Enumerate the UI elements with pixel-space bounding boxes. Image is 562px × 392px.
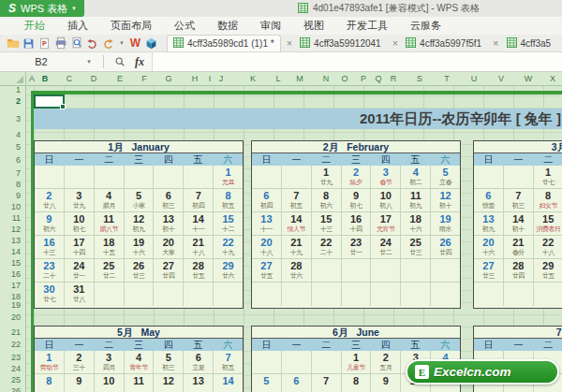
row-header-19[interactable]: 19: [11, 301, 21, 309]
row-header-7[interactable]: 7: [16, 167, 21, 180]
calendar-day-cell[interactable]: 21春分: [504, 236, 534, 258]
row-header-23[interactable]: 23: [11, 351, 21, 364]
calendar-day-cell[interactable]: 6初四: [252, 189, 282, 211]
calendar-day-cell[interactable]: [154, 283, 184, 306]
row-header-26[interactable]: 26: [11, 386, 21, 392]
calendar-day-cell[interactable]: [252, 351, 282, 373]
calendar-day-cell[interactable]: [342, 283, 372, 306]
calendar-day-cell[interactable]: 20十八: [252, 236, 282, 258]
calendar-day-cell[interactable]: [401, 283, 431, 306]
col-header-P[interactable]: P: [361, 72, 366, 86]
calendar-day-cell[interactable]: 12初九: [125, 212, 155, 235]
name-box[interactable]: B2: [0, 56, 82, 67]
magnifier-icon[interactable]: [111, 54, 127, 69]
calendar-day-cell[interactable]: 23二十: [35, 259, 65, 282]
row-header-20[interactable]: 20: [11, 309, 21, 326]
print-icon[interactable]: [52, 36, 68, 51]
calendar-day-cell[interactable]: 24廿二: [371, 236, 401, 258]
menu-tab-3[interactable]: 公式: [163, 17, 206, 35]
calendar-day-cell[interactable]: 29廿五: [534, 259, 562, 282]
calendar-day-cell[interactable]: 14情人节: [282, 212, 312, 235]
calendar-day-cell[interactable]: 28廿四: [504, 259, 534, 282]
file-tab-0[interactable]: 4cff3a5989cd1 (1)1 *: [167, 35, 281, 51]
row-header-25[interactable]: 25: [11, 373, 21, 386]
row-header-17[interactable]: 17: [11, 279, 21, 292]
calendar-day-cell[interactable]: [125, 166, 155, 188]
redo-icon[interactable]: [100, 36, 116, 51]
toolbar-more-caret-icon[interactable]: ▾: [116, 36, 127, 51]
calendar-day-cell[interactable]: 9初六: [35, 212, 65, 235]
calendar-day-cell[interactable]: 12初十: [431, 189, 460, 211]
calendar-day-cell[interactable]: 7初四: [184, 189, 214, 211]
calendar-day-cell[interactable]: 6惊蛰: [474, 189, 504, 211]
calendar-day-cell[interactable]: 20十六: [474, 236, 504, 258]
calendar-day-cell[interactable]: [125, 283, 155, 306]
col-header-O[interactable]: O: [341, 72, 348, 86]
calendar-day-cell[interactable]: 9: [371, 374, 401, 392]
column-headers[interactable]: ABCDEFGHIJKLMNOPQRSTUVWX: [26, 72, 562, 86]
calendar-day-cell[interactable]: 11初九: [401, 189, 431, 211]
calendar-day-cell[interactable]: 9初七: [342, 189, 372, 211]
calendar-day-cell[interactable]: [474, 283, 504, 306]
calendar-day-cell[interactable]: [401, 259, 431, 282]
open-file-icon[interactable]: [5, 36, 21, 51]
calendar-day-cell[interactable]: 26廿三: [125, 259, 155, 282]
calendar-day-cell[interactable]: [431, 283, 460, 306]
calendar-day-cell[interactable]: 5小寒: [125, 189, 155, 211]
select-all-corner[interactable]: [0, 72, 26, 86]
col-header-Q[interactable]: Q: [375, 72, 381, 86]
col-header-L[interactable]: L: [275, 72, 280, 86]
name-box-caret-icon[interactable]: ▾: [82, 58, 96, 65]
calendar-day-cell[interactable]: 3四月: [95, 351, 125, 373]
menu-tab-6[interactable]: 视图: [292, 17, 335, 35]
row-header-22[interactable]: 22: [11, 339, 21, 351]
calendar-day-cell[interactable]: [312, 259, 342, 282]
calendar-day-cell[interactable]: 6初三: [154, 189, 184, 211]
col-header-X[interactable]: X: [550, 72, 555, 86]
calendar-day-cell[interactable]: [534, 283, 562, 306]
calendar-day-cell[interactable]: 12: [154, 374, 184, 392]
calendar-day-cell[interactable]: [252, 166, 282, 188]
calendar-day-cell[interactable]: 3春节: [371, 166, 401, 188]
col-header-V[interactable]: V: [498, 72, 504, 86]
calendar-day-cell[interactable]: 5立春: [431, 166, 460, 188]
wps-writer-icon[interactable]: W: [127, 36, 143, 51]
row-header-21[interactable]: 21: [11, 326, 21, 339]
col-header-A[interactable]: A: [29, 72, 35, 86]
calendar-day-cell[interactable]: 6: [282, 374, 312, 392]
calendar-day-cell[interactable]: 10初七: [65, 212, 95, 235]
calendar-day-cell[interactable]: 11腊八节: [95, 212, 125, 235]
calendar-day-cell[interactable]: 15十三: [312, 212, 342, 235]
calendar-day-cell[interactable]: 21十八: [184, 236, 214, 258]
col-header-B[interactable]: B: [42, 72, 49, 86]
row-header-2[interactable]: 2: [16, 94, 21, 109]
docer-cube-icon[interactable]: [143, 36, 159, 51]
calendar-day-cell[interactable]: 25廿三: [401, 236, 431, 258]
print-preview-icon[interactable]: [68, 36, 84, 51]
col-header-E[interactable]: E: [117, 72, 123, 86]
row-header-24[interactable]: 24: [11, 364, 21, 373]
col-header-T[interactable]: T: [444, 72, 450, 86]
calendar-day-cell[interactable]: 4初二: [401, 166, 431, 188]
calendar-day-cell[interactable]: 11: [125, 374, 155, 392]
row-header-13[interactable]: 13: [11, 234, 21, 247]
calendar-day-cell[interactable]: 4腊月: [95, 189, 125, 211]
col-header-M[interactable]: M: [296, 72, 303, 86]
calendar-day-cell[interactable]: 17十四: [65, 236, 95, 258]
calendar-day-cell[interactable]: [95, 166, 125, 188]
calendar-day-cell[interactable]: 16十四: [342, 212, 372, 235]
calendar-day-cell[interactable]: [252, 283, 282, 306]
col-header-S[interactable]: S: [417, 72, 422, 86]
calendar-day-cell[interactable]: 19十六: [125, 236, 155, 258]
calendar-day-cell[interactable]: 8: [342, 374, 372, 392]
calendar-day-cell[interactable]: [312, 283, 342, 306]
wps-app-button[interactable]: S WPS 表格 ▾: [0, 0, 84, 17]
calendar-day-cell[interactable]: 17元宵节: [371, 212, 401, 235]
calendar-day-cell[interactable]: 16十三: [35, 236, 65, 258]
calendar-day-cell[interactable]: 8: [35, 374, 65, 392]
calendar-day-cell[interactable]: 25廿二: [95, 259, 125, 282]
col-header-N[interactable]: N: [323, 72, 330, 86]
calendar-day-cell[interactable]: 22十八: [534, 236, 562, 258]
calendar-day-cell[interactable]: 14初十: [504, 212, 534, 235]
row-header-4[interactable]: 4: [16, 129, 21, 140]
